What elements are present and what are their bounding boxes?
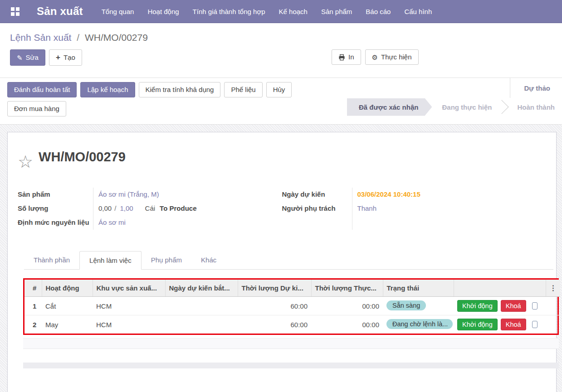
menu-planning[interactable]: Kế hoạch <box>273 4 313 19</box>
print-button[interactable]: In <box>332 49 361 65</box>
record-title: WH/MO/00279 <box>39 150 126 165</box>
notebook-tabs: Thành phần Lệnh làm việc Phụ phẩm Khác <box>24 251 553 270</box>
menu-costing[interactable]: Tính giá thành tổng hợp <box>187 4 271 19</box>
check-availability-button[interactable]: Kiểm tra tính khả dụng <box>139 82 221 97</box>
header-duration-real[interactable]: Thời lượng Thực... <box>311 280 383 297</box>
breadcrumb-current: WH/MO/00279 <box>85 32 148 43</box>
planned-date-value: 03/06/2024 10:40:15 <box>357 190 420 198</box>
header-operation[interactable]: Hoạt động <box>42 280 93 297</box>
stage-in-progress[interactable]: Đang thực hiện <box>432 103 500 111</box>
stage-done[interactable]: Hoàn thành <box>508 103 559 111</box>
open-tablet-view-icon[interactable] <box>532 302 538 310</box>
empty-list-stripe <box>23 363 559 368</box>
statusbar: Đánh dấu hoàn tất Lập kế hoạch Kiểm tra … <box>0 77 562 125</box>
empty-list-stripe <box>23 338 559 349</box>
row-duration-real[interactable]: 00:00 <box>311 297 383 315</box>
header-actions <box>454 280 546 297</box>
breadcrumb-parent[interactable]: Lệnh Sản xuất <box>10 32 71 43</box>
gear-icon: ⚙ <box>372 54 378 61</box>
row-date-start[interactable] <box>165 315 238 334</box>
start-button[interactable]: Khởi động <box>457 319 498 330</box>
menu-reporting[interactable]: Báo cáo <box>360 4 396 19</box>
menu-overview[interactable]: Tổng quan <box>96 4 140 19</box>
field-group-right: Ngày dự kiến Người phụ trách 03/06/2024 … <box>282 188 547 230</box>
header-duration-expected[interactable]: Thời lượng Dự ki... <box>238 280 311 297</box>
row-operation[interactable]: Cắt <box>42 297 93 315</box>
menu-products[interactable]: Sản phẩm <box>315 4 358 19</box>
header-date-start[interactable]: Ngày dự kiến bắt... <box>165 280 238 297</box>
table-row[interactable]: 2 May HCM 60:00 00:00 Đang chờ lệnh là..… <box>24 315 560 334</box>
quantity-value: 0,00/1,00CáiTo Produce <box>98 202 282 216</box>
quantity-produced: 0,00 <box>98 204 112 212</box>
planned-date-label: Ngày dự kiến <box>282 188 348 202</box>
menu-configuration[interactable]: Cấu hình <box>398 4 438 19</box>
header-status[interactable]: Trạng thái <box>383 280 454 297</box>
responsible-value[interactable]: Thanh <box>357 204 377 212</box>
product-label: Sản phẩm <box>18 188 89 202</box>
menu-operations[interactable]: Hoạt động <box>142 4 185 19</box>
create-button[interactable]: + Tạo <box>49 49 82 66</box>
header-workcenter[interactable]: Khu vực sản xuấ... <box>93 280 165 297</box>
form-view-background: ☆ WH/MO/00279 Sản phẩm Số lượng Định mức… <box>0 125 562 392</box>
product-value[interactable]: Áo sơ mi (Trắng, M) <box>98 190 159 198</box>
work-order-table: # Hoạt động Khu vực sản xuấ... Ngày dự k… <box>24 280 560 334</box>
empty-list-gap <box>18 349 546 363</box>
tab-byproducts[interactable]: Phụ phẩm <box>142 251 191 270</box>
edit-button[interactable]: ✎ Sửa <box>10 49 45 66</box>
plus-icon: + <box>56 53 60 62</box>
row-duration-expected[interactable]: 60:00 <box>238 315 311 334</box>
row-date-start[interactable] <box>165 297 238 315</box>
chevron-separator-icon <box>494 100 508 114</box>
tab-work-orders[interactable]: Lệnh làm việc <box>79 251 142 270</box>
pencil-icon: ✎ <box>17 54 23 61</box>
row-workcenter[interactable]: HCM <box>93 297 165 315</box>
action-gear-button[interactable]: ⚙ Thực hiện <box>365 49 419 65</box>
printer-icon <box>338 54 345 61</box>
cancel-button[interactable]: Hủy <box>266 82 292 97</box>
open-tablet-view-icon[interactable] <box>532 321 538 328</box>
quantity-uom: Cái <box>145 204 160 212</box>
breadcrumb-separator: / <box>74 32 82 43</box>
table-header-row: # Hoạt động Khu vực sản xuấ... Ngày dự k… <box>24 280 560 297</box>
breadcrumb: Lệnh Sản xuất / WH/MO/00279 <box>10 32 555 43</box>
bom-label: Định mức nguyên liệu <box>18 216 89 230</box>
to-produce-flag: To Produce <box>160 204 196 212</box>
column-options-kebab-icon[interactable]: ⋮ <box>546 280 560 297</box>
responsible-label: Người phụ trách <box>282 202 348 216</box>
stage-draft[interactable]: Dự thảo <box>524 84 550 92</box>
bom-value[interactable]: Áo sơ mi <box>98 218 126 226</box>
block-button[interactable]: Khoá <box>501 300 526 312</box>
tab-misc[interactable]: Khác <box>191 251 226 270</box>
control-panel-buttons: ✎ Sửa + Tạo In ⚙ Thực hiện <box>7 49 555 71</box>
purchase-order-button[interactable]: Đơn mua hàng <box>7 101 66 116</box>
apps-grid-icon[interactable] <box>11 7 20 16</box>
status-pipeline: Dự thảo Đã được xác nhận Đang thực hiện … <box>371 78 562 124</box>
top-navbar: Sản xuất Tổng quan Hoạt động Tính giá th… <box>0 0 562 23</box>
tab-components[interactable]: Thành phần <box>24 251 79 270</box>
header-index[interactable]: # <box>24 280 42 297</box>
favorite-star-icon[interactable]: ☆ <box>18 154 33 169</box>
quantity-label: Số lượng <box>18 202 89 216</box>
status-badge: Đang chờ lệnh là... <box>386 319 453 329</box>
status-badge: Sẵn sàng <box>386 300 426 310</box>
field-groups: Sản phẩm Số lượng Định mức nguyên liệu Á… <box>18 188 546 230</box>
form-sheet: ☆ WH/MO/00279 Sản phẩm Số lượng Định mức… <box>7 132 557 392</box>
row-operation[interactable]: May <box>42 315 93 334</box>
row-duration-expected[interactable]: 60:00 <box>238 297 311 315</box>
start-button[interactable]: Khởi động <box>457 300 498 312</box>
stage-confirmed-active[interactable]: Đã được xác nhận <box>347 98 432 116</box>
row-index: 2 <box>24 315 42 334</box>
main-menu: Tổng quan Hoạt động Tính giá thành tổng … <box>96 4 438 19</box>
scrap-button[interactable]: Phế liệu <box>224 82 262 97</box>
table-row[interactable]: 1 Cắt HCM 60:00 00:00 Sẵn sàng Khởi động… <box>24 297 560 315</box>
app-brand[interactable]: Sản xuất <box>37 5 83 18</box>
row-workcenter[interactable]: HCM <box>93 315 165 334</box>
control-panel: Lệnh Sản xuất / WH/MO/00279 ✎ Sửa + Tạo … <box>0 23 562 71</box>
work-order-table-annotation-box: # Hoạt động Khu vực sản xuấ... Ngày dự k… <box>23 278 559 335</box>
block-button[interactable]: Khoá <box>501 319 526 330</box>
quantity-total[interactable]: 1,00 <box>120 204 145 212</box>
plan-button[interactable]: Lập kế hoạch <box>80 82 135 97</box>
mark-done-button[interactable]: Đánh dấu hoàn tất <box>7 82 77 97</box>
field-group-left: Sản phẩm Số lượng Định mức nguyên liệu Á… <box>18 188 282 230</box>
row-duration-real[interactable]: 00:00 <box>311 315 383 334</box>
